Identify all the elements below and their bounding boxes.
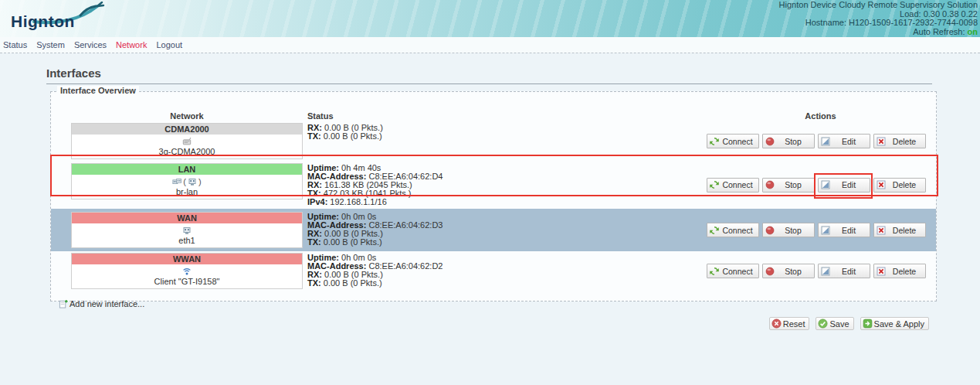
interface-icons	[72, 225, 302, 235]
nav-item-network[interactable]: Network	[116, 40, 147, 49]
reset-icon	[771, 319, 782, 329]
modem-3g-icon	[182, 137, 192, 146]
connect-icon	[710, 180, 719, 189]
nav-item-services[interactable]: Services	[74, 40, 107, 49]
connect-button-cdma2000[interactable]: Connect	[707, 134, 759, 148]
stop-icon	[765, 180, 775, 189]
delete-icon	[877, 267, 886, 276]
delete-button-wan[interactable]: Delete	[873, 223, 926, 237]
column-header-network: Network	[71, 111, 303, 121]
column-header-status: Status	[307, 111, 705, 121]
interface-icons	[72, 136, 302, 146]
device-name: br-lan	[72, 187, 302, 196]
save-icon	[818, 319, 828, 329]
delete-button-wwan[interactable]: Delete	[873, 264, 926, 278]
network-name: LAN	[72, 164, 302, 175]
interface-row-lan: LAN () br-lan Uptime: 0h 4m 40sMAC-Addre…	[51, 163, 936, 206]
page-title: Interfaces	[46, 66, 932, 80]
save-apply-button[interactable]: Save & Apply	[860, 317, 929, 330]
connect-button-wan[interactable]: Connect	[707, 223, 759, 237]
delete-button-lan[interactable]: Delete	[873, 178, 926, 192]
network-name: WAN	[72, 213, 302, 223]
paren-text: (	[183, 177, 186, 186]
fieldset-legend: Interface Overview	[57, 86, 139, 95]
network-box: WAN eth1	[71, 212, 303, 248]
delete-icon	[877, 180, 886, 189]
interface-row-wwan: WWAN Client "GT-I9158" Uptime: 0h 0m 0sM…	[51, 253, 936, 289]
footer-buttons: Reset Save Save & Apply	[769, 317, 929, 330]
actions-cell: ConnectStopEditDelete	[705, 223, 936, 237]
edit-icon	[821, 137, 830, 146]
status-cell: Uptime: 0h 0m 0sMAC-Address: C8:EE:A6:04…	[307, 212, 705, 247]
edit-icon	[821, 180, 830, 189]
interface-icons: ()	[72, 176, 302, 186]
connect-icon	[710, 226, 719, 235]
header: Hignton Hignton Device Cloudy Remote Sup…	[0, 0, 980, 37]
stop-button-wwan[interactable]: Stop	[762, 264, 815, 278]
logo-text: Hignton	[11, 12, 75, 31]
wireless-icon	[182, 267, 192, 276]
reset-button[interactable]: Reset	[769, 317, 810, 330]
hignton-logo: Hignton	[11, 3, 111, 36]
interface-icons	[72, 266, 302, 276]
actions-cell: ConnectStopEditDelete	[705, 134, 936, 148]
stop-icon	[765, 226, 775, 235]
stop-button-lan[interactable]: Stop	[762, 178, 815, 192]
edit-button-cdma2000[interactable]: Edit	[818, 134, 870, 148]
nav-item-system[interactable]: System	[36, 40, 65, 49]
status-line-ipv4: IPv4: 192.168.1.1/16	[307, 198, 705, 206]
device-name: eth1	[72, 236, 302, 245]
edit-icon	[821, 226, 830, 235]
network-box: WWAN Client "GT-I9158"	[71, 253, 303, 289]
delete-button-cdma2000[interactable]: Delete	[873, 134, 926, 148]
connect-button-lan[interactable]: Connect	[707, 178, 759, 192]
edit-button-lan[interactable]: Edit	[818, 178, 870, 192]
connect-icon	[710, 137, 719, 146]
save-button[interactable]: Save	[816, 317, 853, 330]
add-icon	[59, 299, 68, 308]
network-box: CDMA2000 3g-CDMA2000	[71, 123, 303, 159]
interface-overview-fieldset: Interface Overview Network Status Action…	[50, 91, 937, 302]
network-box: LAN () br-lan	[71, 163, 303, 199]
stop-button-cdma2000[interactable]: Stop	[762, 134, 815, 148]
bridge-icon	[172, 177, 181, 186]
page-title-wrap: Interfaces	[46, 66, 932, 84]
nav-item-logout[interactable]: Logout	[156, 40, 182, 49]
paren-text: )	[198, 177, 202, 186]
edit-icon	[821, 267, 830, 276]
delete-icon	[877, 226, 886, 235]
edit-button-wan[interactable]: Edit	[818, 223, 870, 237]
auto-refresh-label: Auto Refresh:	[913, 27, 965, 36]
table-header-row: Network Status Actions	[51, 111, 936, 121]
network-name: CDMA2000	[72, 124, 302, 135]
router-admin-page: Hignton Hignton Device Cloudy Remote Sup…	[0, 0, 980, 385]
status-cell: Uptime: 0h 4m 40sMAC-Address: C8:EE:A6:0…	[307, 163, 705, 206]
column-header-actions: Actions	[705, 111, 936, 121]
header-info: Hignton Device Cloudy Remote Supervisory…	[779, 1, 978, 36]
save-apply-icon	[863, 319, 873, 329]
status-line-tx: TX: 0.00 B (0 Pkts.)	[307, 238, 705, 247]
interface-row-wan: WAN eth1 Uptime: 0h 0m 0sMAC-Address: C8…	[51, 209, 936, 251]
auto-refresh-status[interactable]: on	[968, 27, 978, 36]
interface-row-cdma2000: CDMA2000 3g-CDMA2000 RX: 0.00 B (0 Pkts.…	[51, 123, 936, 159]
product-title: Hignton Device Cloudy Remote Supervisory…	[779, 1, 978, 10]
connect-icon	[710, 267, 719, 276]
edit-button-wwan[interactable]: Edit	[818, 264, 870, 278]
add-new-interface-link[interactable]: Add new interface...	[59, 299, 144, 308]
stop-icon	[765, 267, 775, 276]
ethernet-icon	[188, 177, 197, 186]
actions-cell: ConnectStopEditDelete	[705, 264, 936, 278]
ethernet-icon	[182, 226, 192, 235]
actions-cell: ConnectStopEditDelete	[705, 178, 936, 192]
main-nav: StatusSystemServicesNetworkLogout	[0, 37, 980, 53]
auto-refresh: Auto Refresh: on	[779, 28, 978, 37]
stop-button-wan[interactable]: Stop	[762, 223, 815, 237]
stop-icon	[765, 137, 775, 146]
network-name: WWAN	[72, 254, 302, 264]
nav-item-status[interactable]: Status	[3, 40, 27, 49]
status-cell: RX: 0.00 B (0 Pkts.)TX: 0.00 B (0 Pkts.)	[307, 123, 705, 141]
delete-icon	[877, 137, 886, 146]
add-new-interface-label: Add new interface...	[70, 299, 144, 308]
connect-button-wwan[interactable]: Connect	[707, 264, 759, 278]
device-name: 3g-CDMA2000	[72, 147, 302, 156]
